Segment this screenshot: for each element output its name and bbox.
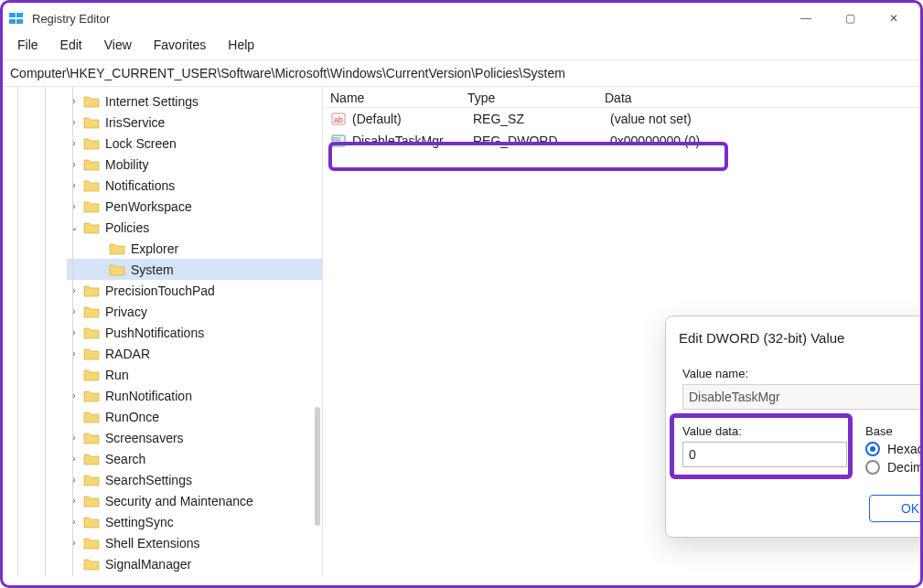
address-bar[interactable]: Computer\HKEY_CURRENT_USER\Software\Micr… (3, 60, 920, 87)
tree-item[interactable]: ⌄ Policies (67, 217, 322, 238)
tree-item[interactable]: › Shell Extensions (67, 532, 322, 553)
folder-icon (83, 136, 100, 150)
close-button[interactable]: ✕ (873, 5, 915, 32)
ok-button[interactable]: OK (869, 495, 923, 522)
menu-favorites[interactable]: Favorites (145, 36, 216, 54)
tree-item[interactable]: › RunNotification (67, 385, 322, 406)
dword-icon: 011110 (330, 133, 347, 149)
expander-icon[interactable]: ⌄ (67, 222, 81, 232)
minimize-button[interactable]: — (785, 5, 827, 32)
tree-label: Privacy (105, 305, 147, 319)
tree-item[interactable]: › Notifications (67, 175, 322, 196)
radio-hexadecimal[interactable]: Hexadecimal (865, 442, 923, 456)
expander-icon[interactable]: › (67, 496, 81, 506)
expander-icon[interactable]: › (67, 96, 81, 106)
expander-icon[interactable]: › (67, 159, 81, 169)
menu-edit[interactable]: Edit (51, 36, 91, 54)
tree-item[interactable]: › SmartGlass (67, 574, 322, 576)
expander-icon[interactable]: › (67, 433, 81, 443)
tree-item[interactable]: › SearchSettings (67, 469, 322, 490)
expander-icon[interactable]: › (67, 517, 81, 527)
value-data: (value not set) (610, 112, 913, 126)
folder-icon (83, 410, 100, 423)
folder-icon (83, 515, 100, 529)
tree-item[interactable]: › Screensavers (67, 427, 322, 448)
menu-help[interactable]: Help (219, 36, 263, 54)
svg-rect-1 (16, 13, 23, 17)
tree-label: Shell Extensions (105, 536, 200, 551)
radio-hex-label: Hexadecimal (887, 442, 923, 456)
folder-icon (83, 368, 100, 381)
radio-decimal[interactable]: Decimal (865, 460, 923, 475)
value-type: REG_DWORD (473, 134, 610, 148)
column-header-type[interactable]: Type (467, 91, 605, 105)
tree-item[interactable]: System (67, 259, 322, 280)
tree-item[interactable]: › PenWorkspace (67, 196, 322, 217)
column-header-name[interactable]: Name (330, 91, 467, 105)
expander-icon[interactable]: › (67, 390, 81, 401)
tree-label: SearchSettings (105, 473, 192, 487)
folder-icon (83, 157, 100, 171)
tree-item[interactable]: › Internet Settings (67, 91, 322, 112)
tree-label: Notifications (105, 178, 175, 193)
tree-item[interactable]: › PushNotifications (67, 322, 322, 343)
folder-icon (83, 389, 100, 402)
value-name: (Default) (352, 112, 473, 126)
expander-icon[interactable]: › (67, 201, 81, 211)
tree-item[interactable]: RunOnce (67, 406, 322, 427)
value-name-field[interactable] (682, 384, 923, 410)
tree-item[interactable]: › SettingSync (67, 511, 322, 532)
folder-icon (109, 262, 125, 276)
tree-item[interactable]: › Mobility (67, 154, 322, 175)
expander-icon[interactable]: › (67, 138, 81, 148)
registry-tree[interactable]: › Internet Settings› IrisService› Lock S… (3, 87, 323, 576)
base-label: Base (865, 424, 923, 438)
expander-icon[interactable]: › (67, 180, 81, 190)
folder-icon (83, 494, 100, 508)
tree-label: Security and Maintenance (105, 494, 253, 508)
value-name: DisableTaskMgr (352, 134, 473, 148)
folder-icon (83, 220, 100, 234)
tree-label: Policies (105, 220, 149, 235)
value-row[interactable]: ab (Default) REG_SZ (value not set) (323, 108, 920, 130)
svg-rect-3 (16, 19, 23, 24)
folder-icon (83, 557, 100, 571)
tree-item[interactable]: Explorer (67, 238, 322, 259)
tree-label: System (131, 262, 174, 277)
folder-icon (83, 347, 100, 360)
tree-item[interactable]: › Privacy (67, 301, 322, 322)
tree-item[interactable]: › Security and Maintenance (67, 490, 322, 511)
folder-icon (83, 536, 100, 550)
expander-icon[interactable]: › (67, 117, 81, 127)
menu-view[interactable]: View (95, 36, 141, 54)
value-data-field[interactable] (682, 442, 847, 467)
svg-rect-2 (9, 19, 16, 24)
tree-item[interactable]: Run (67, 364, 322, 385)
tree-item[interactable]: › RADAR (67, 343, 322, 364)
tree-label: Explorer (131, 241, 178, 256)
expander-icon[interactable]: › (67, 538, 81, 548)
menu-file[interactable]: File (8, 36, 48, 54)
tree-label: IrisService (105, 115, 165, 130)
tree-item[interactable]: SignalManager (67, 553, 322, 574)
tree-label: Internet Settings (105, 94, 199, 109)
maximize-button[interactable]: ▢ (829, 5, 871, 32)
tree-scrollbar[interactable] (315, 407, 320, 526)
expander-icon[interactable]: › (67, 348, 81, 358)
tree-item[interactable]: › Lock Screen (67, 133, 322, 154)
tree-item[interactable]: › Search (67, 448, 322, 469)
string-icon: ab (330, 111, 347, 127)
tree-item[interactable]: › IrisService (67, 112, 322, 133)
expander-icon[interactable]: › (67, 475, 81, 485)
folder-icon (83, 115, 100, 129)
expander-icon[interactable]: › (67, 285, 81, 295)
expander-icon[interactable]: › (67, 454, 81, 464)
edit-dword-dialog: Edit DWORD (32-bit) Value ✕ Value name: … (665, 315, 923, 538)
folder-icon (109, 241, 125, 255)
value-row[interactable]: 011110 DisableTaskMgr REG_DWORD 0x000000… (323, 130, 920, 152)
expander-icon[interactable]: › (67, 327, 81, 337)
svg-text:ab: ab (334, 115, 343, 124)
tree-item[interactable]: › PrecisionTouchPad (67, 280, 322, 301)
expander-icon[interactable]: › (67, 306, 81, 316)
column-header-data[interactable]: Data (605, 91, 913, 105)
